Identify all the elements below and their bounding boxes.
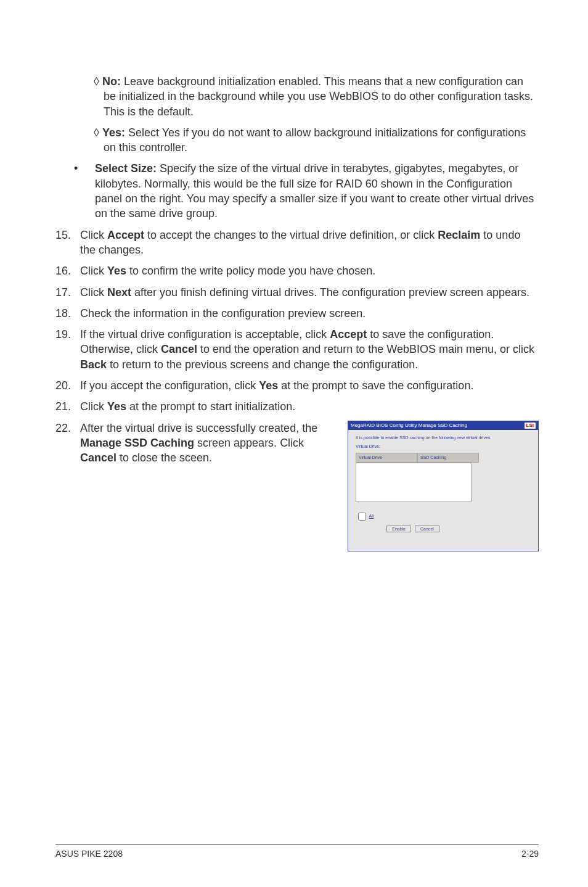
screenshot-titlebar: MegaRAID BIOS Config Utility Manage SSD … (348, 421, 538, 431)
step-17: 17.Click Next after you finish defining … (55, 285, 539, 300)
step-19: 19.If the virtual drive configuration is… (55, 327, 539, 372)
sub-option-yes: ◊ Yes: Select Yes if you do not want to … (55, 125, 539, 155)
lsi-logo: LSI (525, 423, 536, 429)
text-no: Leave background initialization enabled.… (104, 75, 533, 118)
step-15: 15.Click Accept to accept the changes to… (55, 228, 539, 258)
col-ssd-caching: SSD Caching (417, 453, 479, 462)
label-select-size: Select Size: (95, 162, 157, 175)
step-21: 21.Click Yes at the prompt to start init… (55, 399, 539, 414)
label-yes: Yes: (102, 126, 125, 139)
step-18: 18.Check the information in the configur… (55, 306, 539, 321)
label-no: No: (102, 75, 121, 88)
footer-right: 2-29 (521, 849, 539, 859)
step-20: 20.If you accept the configuration, clic… (55, 378, 539, 393)
page-content: ◊ No: Leave background initialization en… (0, 0, 588, 551)
embedded-screenshot: MegaRAID BIOS Config Utility Manage SSD … (348, 421, 539, 551)
text-yes: Select Yes if you do not want to allow b… (104, 126, 526, 154)
page-footer: ASUS PIKE 2208 2-29 (55, 844, 539, 859)
screenshot-message: It is possible to enable SSD caching on … (356, 435, 531, 440)
all-checkbox-input[interactable] (358, 513, 366, 521)
screenshot-title: MegaRAID BIOS Config Utility Manage SSD … (351, 423, 467, 429)
screenshot-listbox[interactable] (356, 463, 472, 502)
screenshot-all-checkbox[interactable]: All (356, 511, 531, 522)
step-16: 16.Click Yes to confirm the write policy… (55, 263, 539, 278)
col-virtual-drive: Virtual Drive (356, 453, 417, 462)
cancel-button[interactable]: Cancel (415, 526, 439, 532)
screenshot-virtual-drive-label: Virtual Drive: (356, 444, 531, 449)
bullet-select-size: •Select Size: Specify the size of the vi… (55, 161, 539, 221)
text-select-size: Specify the size of the virtual drive in… (95, 162, 534, 220)
footer-left: ASUS PIKE 2208 (55, 849, 123, 859)
enable-button[interactable]: Enable (386, 526, 411, 532)
screenshot-table-header: Virtual Drive SSD Caching (356, 453, 531, 462)
step-22: 22.After the virtual drive is successful… (55, 421, 337, 466)
sub-option-no: ◊ No: Leave background initialization en… (55, 74, 539, 119)
